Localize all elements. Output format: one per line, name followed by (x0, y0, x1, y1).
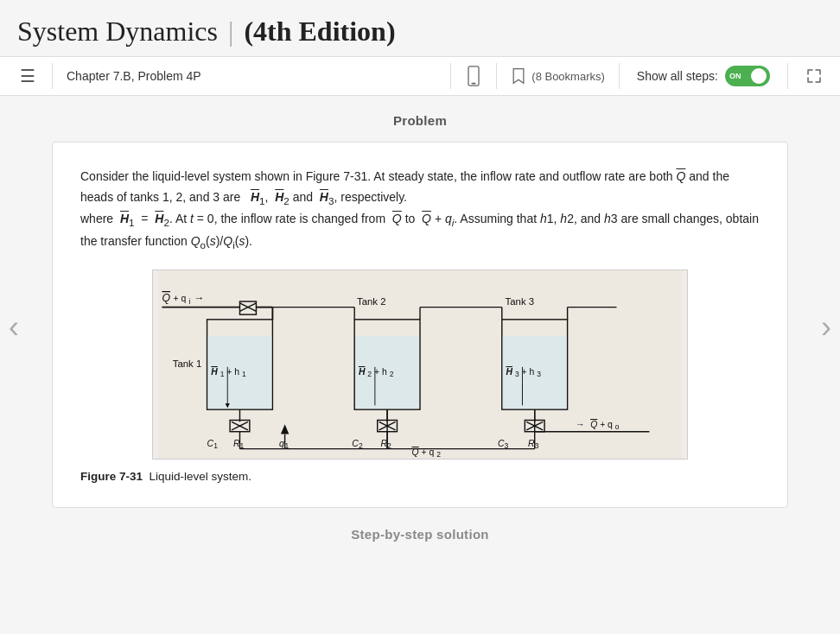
show-steps-toggle[interactable]: ON (725, 66, 770, 86)
toolbar-divider-2 (450, 63, 451, 89)
svg-text:H
          3
           + h
 : H 3 + h 3 (506, 367, 542, 378)
problem-section-label: Problem (52, 113, 788, 128)
svg-text:1: 1 (285, 441, 290, 449)
figure-diagram: Q + q i → Tank 1 H 1 + h 1 (80, 269, 760, 460)
phone-icon[interactable] (458, 60, 489, 92)
svg-text:Tank 3: Tank 3 (506, 295, 534, 306)
svg-text:q: q (279, 438, 284, 447)
svg-text:3: 3 (505, 441, 509, 449)
bookmark-label: (8 Bookmarks) (531, 70, 605, 83)
next-arrow[interactable]: › (821, 312, 831, 343)
show-steps-label: Show all steps: (637, 69, 718, 83)
chapter-label: Chapter 7.B, Problem 4P (60, 69, 443, 83)
menu-icon[interactable]: ☰ (10, 59, 45, 93)
toolbar-divider-5 (787, 63, 788, 89)
toolbar-divider-1 (52, 63, 53, 89)
page-title: System Dynamics | (4th Edition) (0, 0, 840, 56)
svg-text:Tank 2: Tank 2 (357, 295, 385, 306)
svg-text:H
          1
           + h
 : H 1 + h 1 (211, 367, 246, 378)
svg-text:3: 3 (535, 441, 539, 449)
svg-text:Tank 1: Tank 1 (173, 358, 201, 369)
step-by-step-label: Step-by-step solution (52, 527, 788, 542)
toggle-label: ON (729, 72, 741, 80)
title-regular: System Dynamics (17, 16, 218, 48)
svg-text:1: 1 (213, 441, 218, 449)
main-content: ‹ › Problem Consider the liquid-level sy… (0, 96, 840, 559)
toolbar-divider-3 (496, 63, 497, 89)
title-bold: (4th Edition) (244, 16, 395, 48)
svg-text:2: 2 (359, 441, 363, 449)
prev-arrow[interactable]: ‹ (9, 312, 19, 343)
figure-caption: Figure 7-31 Liquid-level system. (80, 470, 760, 483)
figure-caption-desc: Liquid-level system. (150, 470, 252, 483)
svg-text:H
          2
           + h
 : H 2 + h 2 (359, 367, 394, 378)
expand-icon[interactable] (799, 60, 830, 92)
bookmark-button[interactable]: (8 Bookmarks) (504, 67, 612, 85)
figure-caption-label: Figure 7-31 (80, 470, 143, 483)
problem-text: Consider the liquid-level system shown i… (80, 167, 760, 254)
toggle-knob (751, 68, 767, 84)
svg-rect-1 (472, 83, 476, 85)
svg-text:→: → (576, 420, 584, 429)
toolbar: ☰ Chapter 7.B, Problem 4P (8 Bookmarks) … (0, 56, 840, 96)
show-steps-container: Show all steps: ON (627, 66, 780, 86)
title-divider: | (228, 16, 233, 48)
svg-text:Q
           + q
          o: Q + q o (590, 420, 620, 431)
toolbar-divider-4 (619, 63, 620, 89)
problem-card: Consider the liquid-level system shown i… (52, 142, 788, 508)
